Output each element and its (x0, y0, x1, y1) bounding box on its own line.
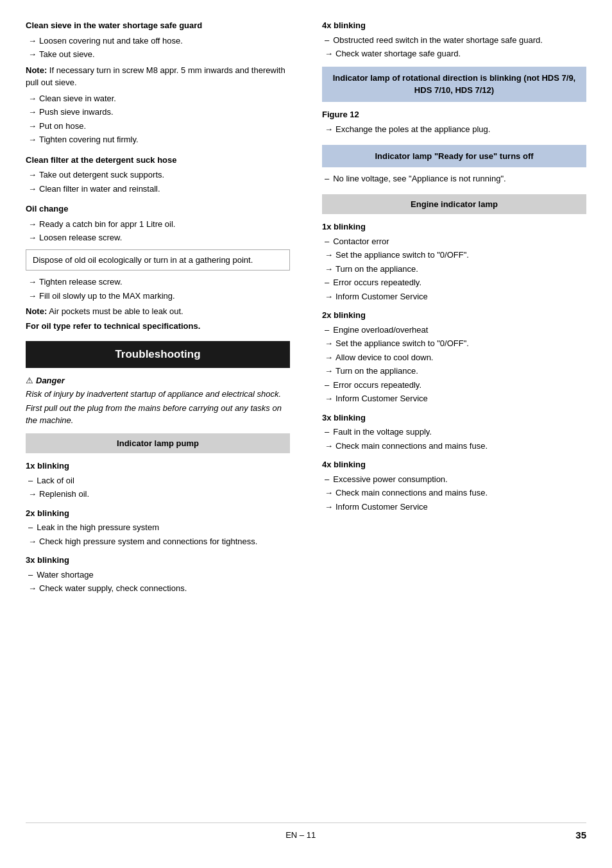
footer-center: EN – 11 (26, 829, 575, 842)
arrow-icon: → (28, 488, 37, 501)
list-item: → Tighten covering nut firmly. (26, 133, 290, 146)
list-item: → Take out detergent suck supports. (26, 169, 290, 181)
right-column: 4x blinking – Obstructed reed switch in … (316, 19, 586, 810)
arrow-icon: → (28, 290, 37, 303)
list-item: → Turn on the appliance. (322, 263, 586, 276)
list-item: → Inform Customer Service (322, 392, 586, 405)
item-text: No line voltage, see "Appliance is not r… (333, 172, 506, 185)
item-text: Inform Customer Service (336, 290, 428, 303)
engine-indicator-header: Engine indicator lamp (322, 194, 586, 215)
arrow-icon: → (325, 392, 333, 405)
list-item: → Set the appliance switch to "0/OFF". (322, 249, 586, 262)
list-item: → Set the appliance switch to "0/OFF". (322, 337, 586, 350)
item-text: Ready a catch bin for appr 1 Litre oil. (39, 218, 175, 231)
list-item: → Inform Customer Service (322, 501, 586, 513)
arrow-icon: → (28, 218, 37, 231)
list-item: → Loosen release screw. (26, 231, 290, 244)
pump-3x-heading: 3x blinking (26, 554, 290, 567)
list-item: → Check main connections and mains fuse. (322, 487, 586, 499)
arrow-icon: → (28, 276, 37, 288)
dash-icon: – (28, 521, 33, 534)
dash-icon: – (325, 34, 329, 47)
list-item: → Clean sieve in water. (26, 92, 290, 105)
pump-2x-heading: 2x blinking (26, 507, 290, 520)
arrow-icon: → (325, 123, 333, 136)
arrow-icon: → (28, 582, 37, 595)
left-column: Clean sieve in the water shortage safe g… (26, 19, 296, 810)
list-item: – Excessive power consumption. (322, 473, 586, 486)
item-text: Fill oil slowly up to the MAX marking. (39, 290, 175, 303)
item-text: Inform Customer Service (336, 392, 428, 405)
list-item: → Replenish oil. (26, 488, 290, 501)
two-column-layout: Clean sieve in the water shortage safe g… (26, 19, 586, 810)
dash-icon: – (325, 235, 329, 248)
item-text: Set the appliance switch to "0/OFF". (336, 337, 469, 350)
list-item: → Put on hose. (26, 120, 290, 133)
list-item: → Loosen covering nut and take off hose. (26, 35, 290, 47)
arrow-icon: → (28, 35, 37, 47)
clean-filter-heading: Clean filter at the detergent suck hose (26, 154, 290, 167)
item-text: Obstructed reed switch in the water shor… (333, 34, 543, 47)
page-number: 35 (575, 828, 586, 843)
arrow-icon: → (325, 249, 333, 262)
list-item: → Turn on the appliance. (322, 365, 586, 378)
list-item: → Push sieve inwards. (26, 106, 290, 119)
arrow-icon: → (28, 231, 37, 244)
page: Clean sieve in the water shortage safe g… (0, 0, 612, 868)
dash-icon: – (325, 426, 329, 438)
danger-text-2: First pull out the plug from the mains b… (26, 402, 290, 427)
oil-disposal-box: Dispose of old oil ecologically or turn … (26, 249, 290, 271)
item-text: Replenish oil. (39, 488, 89, 501)
arrow-icon: → (325, 440, 333, 453)
pump-1x-heading: 1x blinking (26, 460, 290, 472)
item-text: Clean filter in water and reinstall. (39, 183, 160, 196)
list-item: → Check main connections and mains fuse. (322, 440, 586, 453)
list-item: – Contactor error (322, 235, 586, 248)
item-text: Set the appliance switch to "0/OFF". (336, 249, 469, 262)
oil-note: Note: Air pockets must be able to leak o… (26, 305, 290, 318)
dash-icon: – (325, 324, 329, 337)
item-text: Allow device to cool down. (336, 351, 433, 364)
list-item: → Ready a catch bin for appr 1 Litre oil… (26, 218, 290, 231)
engine-3x-heading: 3x blinking (322, 412, 586, 424)
list-item: → Clean filter in water and reinstall. (26, 183, 290, 196)
arrow-icon: → (28, 106, 37, 119)
item-text: Error occurs repeatedly. (333, 276, 421, 289)
warning-icon: ⚠ (26, 374, 33, 387)
oil-note2: For oil type refer to technical specific… (26, 320, 290, 333)
item-text: Inform Customer Service (336, 501, 428, 513)
item-text: Check main connections and mains fuse. (336, 440, 488, 453)
note-text: Note: If necessary turn in screw M8 appr… (26, 64, 290, 89)
arrow-icon: → (325, 290, 333, 303)
arrow-icon: → (325, 351, 333, 364)
list-item: → Check water supply, check connections. (26, 582, 290, 595)
list-item: → Exchange the poles at the appliance pl… (322, 123, 586, 136)
item-text: Tighten covering nut firmly. (39, 133, 139, 146)
list-item: → Check high pressure system and connect… (26, 535, 290, 548)
item-text: Turn on the appliance. (336, 365, 418, 378)
danger-block: ⚠ Danger Risk of injury by inadvertent s… (26, 374, 290, 427)
clean-sieve-heading: Clean sieve in the water shortage safe g… (26, 19, 290, 32)
rotational-indicator-header: Indicator lamp of rotational direction i… (322, 67, 586, 102)
pump-4x-heading: 4x blinking (322, 19, 586, 32)
item-text: Turn on the appliance. (336, 263, 418, 276)
item-text: Check main connections and mains fuse. (336, 487, 488, 499)
item-text: Check water supply, check connections. (39, 582, 187, 595)
dash-icon: – (325, 379, 329, 392)
engine-1x-heading: 1x blinking (322, 221, 586, 233)
arrow-icon: → (28, 183, 37, 196)
item-text: Put on hose. (39, 120, 86, 133)
list-item: – Error occurs repeatedly. (322, 379, 586, 392)
item-text: Excessive power consumption. (333, 473, 447, 486)
item-text: Clean sieve in water. (39, 92, 116, 105)
list-item: → Allow device to cool down. (322, 351, 586, 364)
arrow-icon: → (28, 48, 37, 61)
dash-icon: – (28, 474, 33, 487)
item-text: Contactor error (333, 235, 389, 248)
item-text: Loosen covering nut and take off hose. (39, 35, 183, 47)
page-footer: EN – 11 35 (26, 822, 586, 843)
arrow-icon: → (325, 263, 333, 276)
figure12-heading: Figure 12 (322, 108, 586, 121)
troubleshooting-header: Troubleshooting (26, 341, 290, 368)
list-item: → Inform Customer Service (322, 290, 586, 303)
